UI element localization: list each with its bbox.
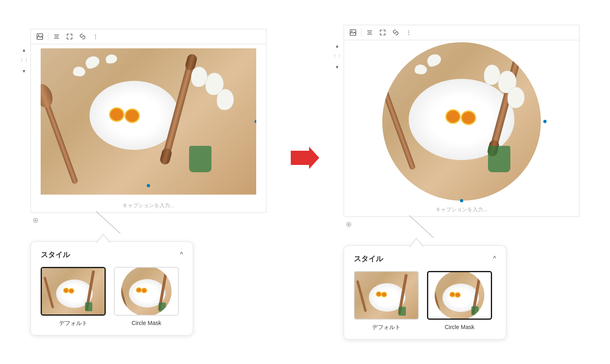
left-image-area: [31, 44, 266, 199]
drag-icon[interactable]: ⋮⋮: [20, 56, 28, 65]
right-resize-handle-bottom[interactable]: [460, 199, 463, 202]
right-spoon-head: [382, 67, 393, 95]
thumb-spoon-2: [116, 276, 127, 308]
right-bar: ▲ ⋮⋮ ▼: [333, 41, 342, 72]
more-icon[interactable]: ⋮: [90, 31, 101, 42]
left-style-option-default[interactable]: デフォルト: [41, 267, 106, 327]
egg-shell-1: [84, 54, 101, 69]
left-circle-thumbnail[interactable]: [114, 267, 179, 316]
spoon-head: [41, 81, 56, 110]
left-style-panel-wrapper: スタイル ^: [30, 237, 193, 336]
right-default-image: [355, 272, 418, 319]
arrow-container: [291, 147, 319, 218]
right-egg-yolk-1: [445, 109, 461, 124]
up-icon[interactable]: ▲: [20, 46, 28, 54]
image-icon[interactable]: [34, 31, 46, 42]
right-circle-label: Circle Mask: [444, 324, 474, 330]
right-circle-image: [428, 272, 491, 318]
right-plus-icon[interactable]: ⊕: [344, 219, 353, 229]
left-side: ▲ ⋮⋮ ▼: [30, 29, 266, 336]
red-arrow-svg: [291, 147, 319, 169]
right-measuring-cup: [488, 146, 510, 172]
thumb-cup: [85, 302, 92, 311]
right-whole-egg-3: [484, 65, 500, 85]
right-circle-thumbnail[interactable]: [427, 271, 492, 320]
right-more-icon[interactable]: ⋮: [403, 27, 414, 38]
right-caption-placeholder: キャプションを入力...: [436, 206, 488, 212]
left-style-header: スタイル ^: [41, 250, 183, 260]
right-egg-yolk-2: [461, 110, 476, 125]
rolling-pin-bottom: [159, 147, 173, 165]
left-circle-label: Circle Mask: [131, 320, 161, 326]
right-style-option-default[interactable]: デフォルト: [354, 271, 419, 331]
right-editor-block: ▲ ⋮⋮ ▼: [344, 25, 580, 217]
right-style-option-circle[interactable]: Circle Mask: [427, 271, 492, 331]
right-thumb-cup-2: [471, 306, 479, 315]
right-align-icon[interactable]: [364, 27, 375, 38]
left-style-title: スタイル: [41, 250, 70, 260]
left-caption[interactable]: キャプションを入力...: [31, 199, 266, 212]
right-drag-icon[interactable]: ⋮⋮: [333, 52, 342, 61]
right-down-icon[interactable]: ▼: [333, 63, 342, 72]
separator: [48, 32, 48, 41]
left-chevron-up[interactable]: ^: [180, 251, 183, 258]
left-style-option-circle[interactable]: Circle Mask: [114, 267, 179, 327]
right-whole-egg-2: [508, 87, 525, 108]
right-image-area: [344, 40, 579, 203]
left-default-image: [42, 268, 105, 314]
right-thumb-cup: [399, 307, 406, 316]
wooden-spoon: [41, 95, 78, 184]
svg-line-13: [394, 31, 397, 34]
right-resize-icon[interactable]: [377, 27, 388, 38]
right-egg-shell-1: [425, 52, 442, 67]
right-separator: [361, 28, 362, 37]
right-caption[interactable]: キャプションを入力...: [344, 203, 579, 217]
right-style-options: デフォルト: [354, 271, 496, 331]
callout-tail-right: [409, 238, 424, 247]
right-style-panel: スタイル ^: [344, 245, 506, 340]
right-resize-handle[interactable]: [543, 120, 547, 123]
resize-handle-right[interactable]: [255, 120, 256, 123]
left-bar: ▲ ⋮⋮ ▼: [20, 46, 28, 76]
left-default-label: デフォルト: [59, 320, 87, 327]
svg-point-9: [351, 30, 353, 32]
right-up-icon[interactable]: ▲: [333, 41, 342, 50]
align-icon[interactable]: [51, 31, 62, 42]
caption-placeholder: キャプションを入力...: [122, 202, 174, 208]
main-container: ▲ ⋮⋮ ▼: [0, 17, 610, 348]
right-style-header: スタイル ^: [354, 254, 496, 264]
whole-egg-2: [217, 89, 234, 110]
callout-tail-left: [96, 234, 111, 243]
thumb-yolk-4: [141, 288, 147, 293]
right-baking-image-circle: [382, 42, 541, 201]
right-link-icon[interactable]: [390, 27, 401, 38]
right-callout-svg: [409, 215, 458, 238]
svg-line-5: [81, 35, 84, 38]
egg-yolk-2: [124, 108, 140, 123]
left-plus-icon[interactable]: ⊕: [30, 215, 40, 225]
down-icon[interactable]: ▼: [20, 67, 28, 76]
left-callout-svg: [96, 211, 145, 234]
right-thumb-yolk-4: [455, 292, 461, 298]
svg-line-6: [96, 211, 120, 234]
resize-icon[interactable]: [64, 31, 75, 42]
svg-point-1: [38, 35, 39, 36]
egg-yolk-1: [109, 107, 124, 122]
measuring-cup: [189, 146, 211, 172]
right-rolling-pin-top: [512, 45, 525, 63]
left-style-options: デフォルト: [41, 267, 183, 327]
egg-shell-2: [72, 65, 86, 77]
right-egg-shell-2: [414, 63, 428, 75]
right-style-title: スタイル: [354, 254, 383, 264]
right-image-icon[interactable]: [347, 27, 359, 38]
left-style-panel: スタイル ^: [30, 241, 193, 336]
svg-marker-7: [291, 147, 319, 169]
resize-handle-bottom[interactable]: [147, 184, 150, 187]
right-chevron-up[interactable]: ^: [493, 255, 496, 262]
link-icon[interactable]: [77, 31, 88, 42]
right-thumb-spoon: [356, 280, 367, 312]
right-default-thumbnail[interactable]: [354, 271, 419, 320]
right-default-label: デフォルト: [372, 324, 401, 331]
left-default-thumbnail[interactable]: [41, 267, 106, 316]
right-thumb-yolk-2: [381, 292, 387, 297]
